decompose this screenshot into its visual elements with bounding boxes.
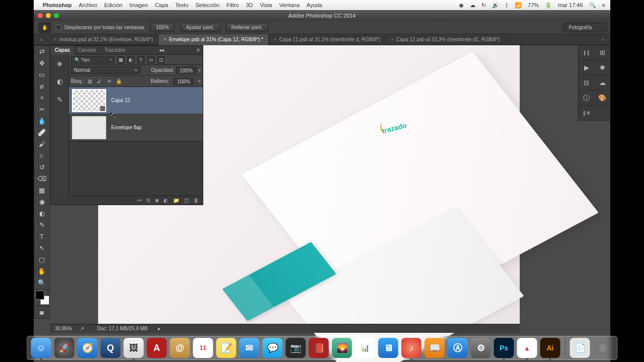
menu-ayuda[interactable]: Ayuda [306, 2, 322, 8]
layer-style-icon[interactable]: fx [146, 198, 150, 203]
spotlight-icon[interactable]: 🔍 [589, 2, 596, 9]
color-swatches[interactable] [35, 291, 49, 305]
layers-tab[interactable]: Capas [51, 46, 74, 55]
close-button[interactable] [38, 13, 43, 18]
zoom-100-button[interactable]: 100% [150, 23, 175, 32]
contacts-app[interactable]: @ [170, 338, 190, 358]
menu-vista[interactable]: Vista [260, 2, 272, 8]
filter-shape-icon[interactable]: ▭ [147, 56, 154, 63]
layer-mask-icon[interactable]: ◙ [155, 198, 158, 203]
preview-app[interactable]: 🖼 [124, 338, 144, 358]
properties-icon[interactable]: ⫿≡ [579, 106, 595, 121]
actions-icon[interactable]: ▶ [579, 60, 595, 75]
document-size[interactable]: Doc: 17,1 MB/25,9 MB [87, 326, 158, 331]
launchpad-app[interactable]: 🚀 [54, 338, 74, 358]
scroll-all-checkbox[interactable] [56, 25, 61, 30]
collapse-icon[interactable]: ◂◂ [156, 47, 167, 53]
magic-wand-tool[interactable]: ✧ [34, 92, 49, 104]
battery-icon[interactable]: 🔋 [545, 2, 552, 9]
blur-tool[interactable]: ◉ [34, 196, 49, 208]
lock-image-icon[interactable]: 🖌 [96, 78, 103, 85]
fill-screen-button[interactable]: Rellenar pant. [226, 23, 268, 32]
calendar-app[interactable]: 11 [193, 338, 213, 358]
filter-type-select[interactable]: 🔍 Tipo÷ [71, 56, 114, 63]
notes-app[interactable]: 📝 [216, 338, 236, 358]
document-icon[interactable]: 📄 [570, 338, 590, 358]
wifi-icon[interactable]: 📶 [515, 2, 522, 9]
paths-tab[interactable]: Trazados [101, 47, 129, 53]
link-layers-icon[interactable]: ⚯ [137, 198, 141, 203]
screencast-icon[interactable]: ◉ [459, 2, 464, 9]
hand-tool-icon[interactable]: ✋ [39, 23, 51, 33]
double-arrow-icon[interactable]: ⇄ [34, 46, 49, 57]
adobe-app[interactable]: A [147, 338, 167, 358]
histogram-icon[interactable]: ⫿⫿ [579, 45, 595, 60]
blend-mode-select[interactable]: Normal÷ [71, 66, 140, 74]
appstore-app[interactable]: Ⓐ [448, 338, 468, 358]
fill-value[interactable]: 100% [174, 78, 194, 85]
messages-app[interactable]: 💬 [263, 338, 283, 358]
delete-layer-icon[interactable]: 🗑 [194, 198, 199, 203]
opacity-value[interactable]: 100% [176, 67, 196, 74]
sync-icon[interactable]: ☁ [470, 2, 475, 9]
menu-imagen[interactable]: Imagen [129, 2, 148, 8]
styles-icon[interactable]: ✺ [595, 60, 611, 75]
zoom-button[interactable] [54, 13, 59, 18]
layer-row[interactable]: 👁 Envelope flap [51, 114, 203, 141]
lock-position-icon[interactable]: ✥ [106, 78, 113, 85]
layer-name[interactable]: Capa 12 [111, 98, 130, 103]
layer-row[interactable]: 👁 Capa 12 [51, 87, 203, 114]
illustrator-app[interactable]: Ai [540, 338, 560, 358]
doc-tab-0[interactable]: ×mockup.psd al 32,1% (Envelope, RGB/8*) [49, 34, 158, 45]
lock-all-icon[interactable]: 🔒 [115, 78, 122, 85]
menu-ventana[interactable]: Ventana [279, 2, 299, 8]
libraries-icon[interactable]: ☁ [595, 75, 611, 90]
info-icon[interactable]: ⓘ [579, 90, 595, 106]
crop-tool[interactable]: ✂ [34, 104, 49, 115]
photos-app[interactable]: 🌄 [332, 338, 352, 358]
fit-screen-button[interactable]: Ajustar pant. [181, 23, 220, 32]
pen-tool[interactable]: ✎ [34, 219, 49, 231]
hand-tool[interactable]: ✋ [34, 265, 49, 277]
menu-filtro[interactable]: Filtro [226, 2, 238, 8]
finder-app[interactable]: ☺ [31, 338, 51, 358]
expand-panels-icon[interactable]: » [34, 37, 49, 42]
history-brush-tool[interactable]: ↺ [34, 161, 49, 173]
panel-menu-icon[interactable]: ≡ [194, 47, 203, 53]
bluetooth-icon[interactable]: ᛒ [505, 2, 509, 8]
app-name[interactable]: Photoshop [43, 2, 71, 8]
photobooth-app[interactable]: 📷 [286, 338, 306, 358]
close-icon[interactable]: × [274, 37, 277, 42]
volume-icon[interactable]: 🔊 [492, 2, 499, 9]
filter-adjustment-icon[interactable]: ◐ [127, 56, 134, 63]
clone-stamp-tool[interactable]: ⎌ [34, 150, 49, 161]
close-icon[interactable]: × [391, 37, 394, 42]
type-tool[interactable]: T [34, 231, 49, 242]
gradient-tool[interactable]: ▦ [34, 185, 49, 196]
layer-thumbnail[interactable] [72, 116, 106, 139]
status-menu-icon[interactable]: ▸ [158, 326, 160, 331]
lasso-tool[interactable]: ⌀ [34, 80, 49, 92]
channels-tab[interactable]: Canales [74, 47, 101, 53]
workspace-switcher[interactable]: Fotografía [563, 23, 607, 32]
navigator-icon[interactable]: ⊞ [595, 45, 611, 60]
layer-thumbnail[interactable] [72, 89, 106, 112]
close-icon[interactable]: × [54, 37, 57, 42]
menu-capa[interactable]: Capa [155, 2, 168, 8]
zoom-tool[interactable]: 🔍 [34, 277, 49, 289]
marquee-tool[interactable]: ▭ [34, 69, 49, 80]
brush-tool[interactable]: 🖌 [34, 138, 49, 150]
doc-tab-3[interactable]: ×Capa 12.psb al 33,3% (membrete d1, RGB/… [386, 34, 506, 45]
menu-edicion[interactable]: Edición [104, 2, 122, 8]
minimize-button[interactable] [46, 13, 51, 18]
adjustment-layer-icon[interactable]: ◐ [164, 198, 168, 203]
safari-app[interactable]: 🧭 [77, 338, 98, 358]
filter-pixel-icon[interactable]: ▦ [117, 56, 124, 63]
adjustments-icon[interactable]: ◐ [54, 76, 65, 87]
photoshop-app[interactable]: Ps [494, 338, 514, 358]
acrobat-app[interactable]: ▲ [517, 338, 537, 358]
rectangle-tool[interactable]: ▢ [34, 254, 49, 265]
layers-icon[interactable]: ◈ [54, 58, 65, 69]
menu-3d[interactable]: 3D [246, 2, 253, 8]
filter-smart-icon[interactable]: ◫ [157, 56, 165, 63]
